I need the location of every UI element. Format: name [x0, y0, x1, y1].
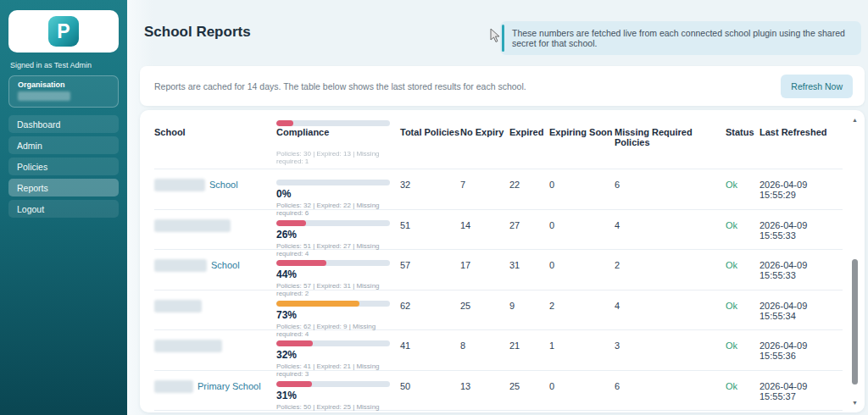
status-badge: Ok	[726, 381, 760, 413]
compliance-cell: 26% Policies: 51 | Expired: 27 | Missing…	[276, 220, 400, 257]
missing-required-value: 4	[615, 301, 726, 338]
cache-info-card: Reports are cached for 14 days. The tabl…	[140, 66, 865, 106]
compliance-percent: 31%	[276, 390, 400, 401]
reports-table-body: School 0% Policies: 32 | Expired: 22 | M…	[154, 169, 843, 411]
sidebar-item-admin[interactable]: Admin	[8, 136, 119, 154]
expired-value: 21	[509, 340, 549, 378]
scroll-down-icon[interactable]: ▼	[851, 400, 859, 406]
school-cell	[154, 301, 276, 338]
compliance-cell: 44% Policies: 57 | Expired: 31 | Missing…	[276, 260, 400, 297]
compliance-cell: 32% Policies: 41 | Expired: 21 | Missing…	[276, 340, 400, 378]
col-no-expiry: No Expiry	[460, 127, 509, 147]
col-school: School	[154, 127, 276, 147]
missing-required-value: 4	[615, 220, 726, 257]
table-scrollbar[interactable]: ▲ ▼	[851, 115, 859, 407]
compliance-percent: 73%	[276, 309, 400, 321]
sidebar: P Signed in as Test Admin Organisation D…	[0, 0, 127, 415]
expiring-soon-value: 2	[549, 301, 615, 338]
col-last-refreshed: Last Refreshed	[760, 127, 843, 147]
refresh-now-button[interactable]: Refresh Now	[781, 75, 853, 98]
total-policies-value: 50	[400, 381, 460, 413]
no-expiry-value: 8	[460, 340, 509, 378]
compliance-bar	[276, 260, 390, 266]
school-name-redacted	[154, 300, 202, 313]
page-title: School Reports	[144, 24, 251, 41]
last-refreshed-value: 2026-04-09 15:55:33	[760, 220, 843, 257]
compliance-bar-fill	[276, 260, 326, 266]
missing-required-value: 2	[615, 260, 726, 297]
scrollbar-thumb[interactable]	[852, 259, 858, 385]
total-policies-value: 62	[400, 301, 460, 338]
sidebar-item-dashboard[interactable]: Dashboard	[8, 115, 119, 133]
expiring-soon-value: 0	[549, 260, 615, 297]
compliance-percent: 26%	[276, 229, 400, 241]
no-expiry-value: 14	[460, 220, 509, 257]
compliance-details: Policies: 51 | Expired: 27 | Missing req…	[276, 242, 400, 257]
col-status: Status	[726, 127, 760, 147]
last-refreshed-value: 2026-04-09 15:55:36	[760, 340, 843, 378]
expired-value: 31	[509, 260, 549, 297]
signed-in-label: Signed in as Test Admin	[10, 61, 92, 69]
compliance-percent: 0%	[276, 188, 400, 200]
scroll-up-icon[interactable]: ▲	[851, 117, 859, 123]
status-badge: Ok	[726, 220, 760, 257]
sidebar-item-reports[interactable]: Reports	[8, 179, 119, 196]
compliance-bar-fill	[276, 340, 313, 346]
compliance-details: Policies: 50 | Expired: 25 | Missing req…	[276, 403, 400, 413]
no-expiry-value: 7	[460, 180, 509, 217]
col-expiring-soon: Expiring Soon	[549, 127, 615, 147]
partial-row-top	[154, 110, 843, 125]
col-missing-required: Missing Required Policies	[615, 127, 726, 147]
school-link[interactable]: School	[211, 260, 240, 270]
last-refreshed-value: 2026-04-09 15:55:37	[760, 381, 843, 413]
missing-required-value: 6	[615, 180, 726, 217]
col-total-policies: Total Policies	[400, 127, 460, 147]
school-link[interactable]: School	[209, 180, 238, 190]
sidebar-nav: DashboardAdminPoliciesReportsLogout	[8, 115, 119, 221]
compliance-percent: 44%	[276, 268, 400, 280]
school-cell: School	[154, 180, 276, 217]
col-compliance: Compliance	[276, 127, 400, 147]
cache-info-text: Reports are cached for 14 days. The tabl…	[154, 81, 526, 91]
info-banner-text: These numbers are fetched live from each…	[512, 28, 845, 48]
compliance-percent: 32%	[276, 349, 400, 361]
partial-compliance-bar-fill	[276, 120, 293, 126]
expiring-soon-value: 0	[549, 180, 615, 217]
compliance-cell: 0% Policies: 32 | Expired: 22 | Missing …	[276, 180, 400, 217]
sidebar-item-policies[interactable]: Policies	[8, 158, 119, 175]
compliance-cell: 31% Policies: 50 | Expired: 25 | Missing…	[276, 381, 400, 413]
school-name-redacted	[154, 340, 222, 352]
total-policies-value: 41	[400, 340, 460, 378]
sidebar-item-logout[interactable]: Logout	[8, 200, 119, 218]
status-badge: Ok	[726, 180, 760, 217]
partial-compliance-bar	[276, 120, 390, 126]
school-cell	[154, 220, 276, 257]
table-header: School Compliance Total Policies No Expi…	[154, 125, 843, 150]
compliance-bar-fill	[276, 381, 312, 387]
compliance-details: Policies: 62 | Expired: 9 | Missing requ…	[276, 323, 400, 338]
last-refreshed-value: 2026-04-09 15:55:29	[760, 180, 843, 217]
expired-value: 27	[509, 220, 549, 257]
compliance-bar	[276, 340, 390, 346]
compliance-cell: 73% Policies: 62 | Expired: 9 | Missing …	[276, 301, 400, 338]
reports-table-card: School Compliance Total Policies No Expi…	[140, 110, 865, 412]
app-logo: P	[8, 10, 119, 53]
partial-row-bottom: Policies: 30 | Expired: 13 | Missing req…	[154, 150, 843, 169]
total-policies-value: 51	[400, 220, 460, 257]
organisation-name-redacted	[18, 91, 70, 101]
expired-value: 22	[509, 180, 549, 217]
no-expiry-value: 13	[460, 381, 509, 413]
banner-accent	[502, 25, 504, 52]
table-row[interactable]: School 0% Policies: 32 | Expired: 22 | M…	[154, 169, 843, 210]
school-link[interactable]: Primary School	[198, 381, 261, 391]
school-name-redacted	[154, 219, 231, 232]
missing-required-value: 3	[615, 340, 726, 378]
expiring-soon-value: 0	[549, 220, 615, 257]
organisation-box: Organisation	[8, 75, 119, 108]
school-name-redacted	[154, 380, 193, 393]
last-refreshed-value: 2026-04-09 15:55:34	[760, 301, 843, 338]
school-name-redacted	[154, 179, 205, 191]
expiring-soon-value: 1	[549, 340, 615, 378]
compliance-details: Policies: 41 | Expired: 21 | Missing req…	[276, 362, 400, 378]
school-cell: Primary School	[154, 381, 276, 413]
